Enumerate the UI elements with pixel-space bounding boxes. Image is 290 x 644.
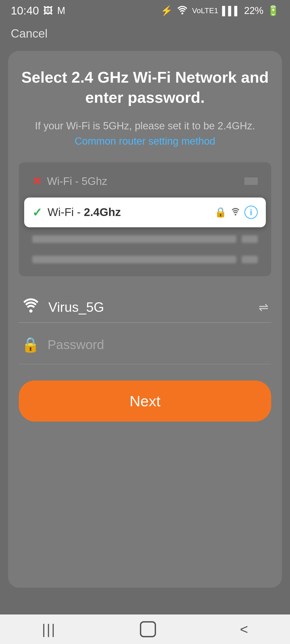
wifi-icon-small (230, 207, 241, 218)
bluetooth-icon: ⚡ (161, 5, 173, 16)
wifi-prefix: Wi-Fi - (48, 206, 84, 218)
blur-block-2 (32, 256, 236, 263)
svg-point-2 (29, 309, 32, 313)
signal-icon: ▌▌▌ (222, 6, 240, 16)
router-setting-link[interactable]: Common router setting method (75, 136, 215, 147)
battery-percentage: 22% (244, 5, 263, 16)
wifi-right-icons: 🔒 i (215, 206, 258, 219)
blur-block-1 (32, 235, 236, 243)
reject-icon: ✕ (32, 175, 42, 188)
password-input[interactable] (48, 337, 269, 352)
filter-icon[interactable]: ⇌ (259, 300, 269, 314)
gallery-icon: 🖼 (43, 5, 53, 16)
battery-icon: 🔋 (267, 5, 279, 16)
card-subtitle: If your Wi-Fi is 5GHz, please set it to … (19, 118, 271, 149)
nav-home-button[interactable] (140, 621, 156, 637)
nav-bar: ||| < (0, 614, 290, 644)
check-icon: ✓ (32, 206, 42, 219)
blur-signal-1 (242, 235, 258, 243)
svg-point-1 (235, 214, 236, 215)
lock-icon-small: 🔒 (215, 207, 227, 218)
main-card: Select 2.4 GHz Wi-Fi Network and enter p… (8, 51, 282, 588)
nav-back-icon[interactable]: < (240, 621, 248, 637)
wifi-suffix: 2.4Ghz (84, 206, 121, 218)
network-section: Virus_5G ⇌ (19, 290, 271, 323)
wifi-row-5ghz[interactable]: ✕ Wi-Fi - 5Ghz (24, 168, 266, 195)
lock-big-icon: 🔒 (21, 336, 39, 353)
wifi-name-5ghz: Wi-Fi - 5Ghz (47, 175, 239, 187)
password-section: 🔒 (19, 331, 271, 364)
email-icon: M (57, 5, 65, 16)
wifi-row-24ghz[interactable]: ✓ Wi-Fi - 2.4Ghz 🔒 i (24, 197, 266, 227)
wifi-name-24ghz: Wi-Fi - 2.4Ghz (48, 206, 209, 219)
status-time: 10:40 (11, 4, 39, 17)
wifi-big-icon (21, 298, 40, 317)
lte-icon: VoLTE1 (192, 6, 218, 15)
wifi-row-blurred-1 (24, 230, 266, 248)
blur-signal-2 (242, 256, 258, 263)
nav-menu-icon[interactable]: ||| (42, 621, 56, 637)
next-button[interactable]: Next (19, 380, 271, 422)
cancel-button[interactable]: Cancel (0, 21, 58, 46)
svg-point-0 (182, 12, 183, 14)
wifi-signal-bar-5ghz (244, 177, 258, 185)
status-bar: 10:40 🖼 M ⚡ VoLTE1 ▌▌▌ 22% 🔋 (0, 0, 290, 21)
wifi-row-blurred-2 (24, 250, 266, 269)
status-right: ⚡ VoLTE1 ▌▌▌ 22% 🔋 (161, 5, 279, 17)
card-title: Select 2.4 GHz Wi-Fi Network and enter p… (19, 67, 271, 108)
status-left: 10:40 🖼 M (11, 4, 65, 17)
network-name-label: Virus_5G (48, 299, 251, 315)
info-icon-label: i (250, 207, 252, 217)
info-button[interactable]: i (244, 206, 258, 219)
wifi-status-icon (176, 5, 188, 17)
wifi-list-area: ✕ Wi-Fi - 5Ghz ✓ Wi-Fi - 2.4Ghz 🔒 (19, 162, 271, 276)
subtitle-text: If your Wi-Fi is 5GHz, please set it to … (35, 120, 255, 131)
